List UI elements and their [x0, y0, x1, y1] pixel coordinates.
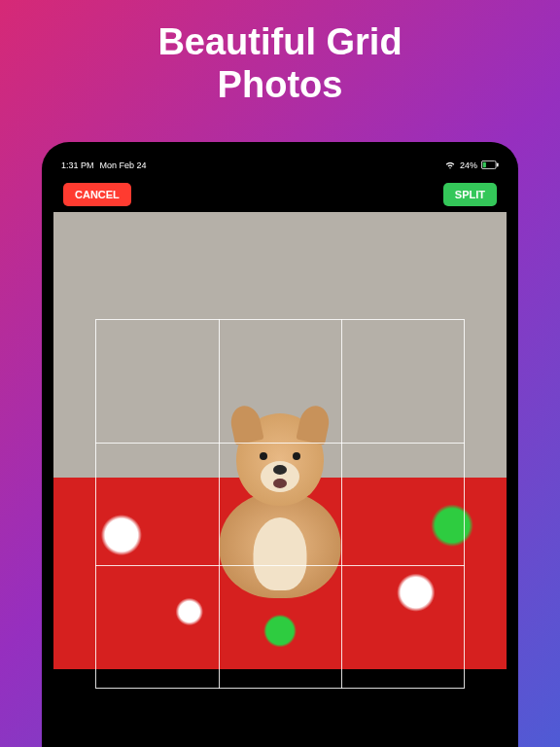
- battery-icon: [481, 160, 499, 171]
- headline-line-1: Beautiful Grid: [0, 21, 560, 64]
- battery-percent: 24%: [460, 160, 477, 170]
- cancel-button[interactable]: CANCEL: [63, 183, 131, 206]
- photo-subject-dog: [212, 413, 348, 598]
- split-button[interactable]: SPLIT: [443, 183, 497, 206]
- status-left: 1:31 PM Mon Feb 24: [61, 160, 147, 170]
- headline-line-2: Photos: [0, 64, 560, 107]
- marketing-headline: Beautiful Grid Photos: [0, 21, 560, 106]
- status-bar: 1:31 PM Mon Feb 24 24%: [53, 154, 507, 177]
- photo-preview: [53, 212, 507, 669]
- wifi-icon: [444, 159, 456, 172]
- device-screen: 1:31 PM Mon Feb 24 24% CANCEL SPLIT: [53, 154, 507, 747]
- ipad-frame: 1:31 PM Mon Feb 24 24% CANCEL SPLIT: [42, 142, 518, 747]
- status-right: 24%: [444, 159, 499, 172]
- status-date: Mon Feb 24: [100, 160, 147, 170]
- photo-crop-area[interactable]: [53, 212, 507, 669]
- status-time: 1:31 PM: [61, 160, 94, 170]
- svg-rect-2: [497, 162, 499, 166]
- toolbar: CANCEL SPLIT: [53, 177, 507, 212]
- svg-rect-1: [483, 161, 486, 167]
